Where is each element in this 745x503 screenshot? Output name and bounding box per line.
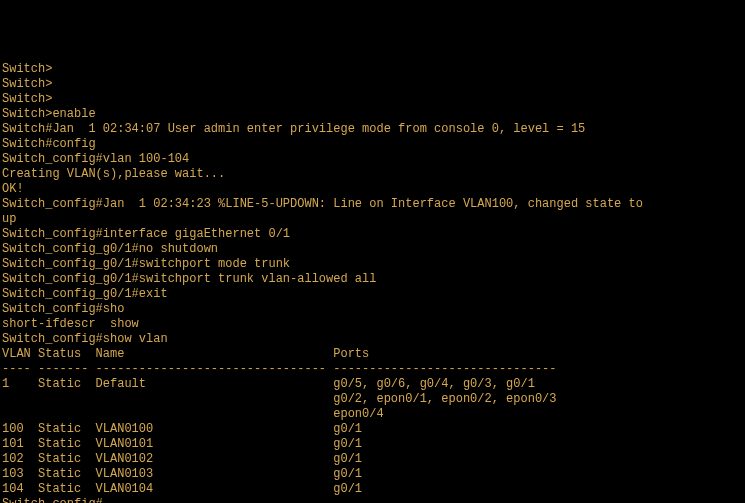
- terminal-line: g0/2, epon0/1, epon0/2, epon0/3: [2, 392, 743, 407]
- terminal-output[interactable]: Switch>Switch>Switch>Switch>enableSwitch…: [2, 62, 743, 503]
- terminal-line: OK!: [2, 182, 743, 197]
- terminal-line: Switch_config#show vlan: [2, 332, 743, 347]
- terminal-line: 104 Static VLAN0104 g0/1: [2, 482, 743, 497]
- terminal-line: Switch_config#: [2, 497, 743, 503]
- terminal-line: 102 Static VLAN0102 g0/1: [2, 452, 743, 467]
- terminal-line: Switch>: [2, 92, 743, 107]
- terminal-line: Switch_config_g0/1#exit: [2, 287, 743, 302]
- terminal-line: Switch_config#vlan 100-104: [2, 152, 743, 167]
- terminal-line: Switch_config#sho: [2, 302, 743, 317]
- terminal-line: Switch_config_g0/1#no shutdown: [2, 242, 743, 257]
- terminal-line: Switch_config#interface gigaEthernet 0/1: [2, 227, 743, 242]
- terminal-line: Switch_config_g0/1#switchport trunk vlan…: [2, 272, 743, 287]
- terminal-line: Creating VLAN(s),please wait...: [2, 167, 743, 182]
- terminal-line: 100 Static VLAN0100 g0/1: [2, 422, 743, 437]
- terminal-line: Switch>enable: [2, 107, 743, 122]
- terminal-line: epon0/4: [2, 407, 743, 422]
- terminal-line: Switch_config#Jan 1 02:34:23 %LINE-5-UPD…: [2, 197, 743, 212]
- terminal-line: 103 Static VLAN0103 g0/1: [2, 467, 743, 482]
- terminal-line: up: [2, 212, 743, 227]
- terminal-line: Switch#Jan 1 02:34:07 User admin enter p…: [2, 122, 743, 137]
- terminal-line: ---- ------- ---------------------------…: [2, 362, 743, 377]
- terminal-line: 1 Static Default g0/5, g0/6, g0/4, g0/3,…: [2, 377, 743, 392]
- terminal-line: Switch#config: [2, 137, 743, 152]
- terminal-line: Switch>: [2, 62, 743, 77]
- terminal-line: Switch>: [2, 77, 743, 92]
- terminal-line: Switch_config_g0/1#switchport mode trunk: [2, 257, 743, 272]
- terminal-line: short-ifdescr show: [2, 317, 743, 332]
- terminal-line: VLAN Status Name Ports: [2, 347, 743, 362]
- terminal-line: 101 Static VLAN0101 g0/1: [2, 437, 743, 452]
